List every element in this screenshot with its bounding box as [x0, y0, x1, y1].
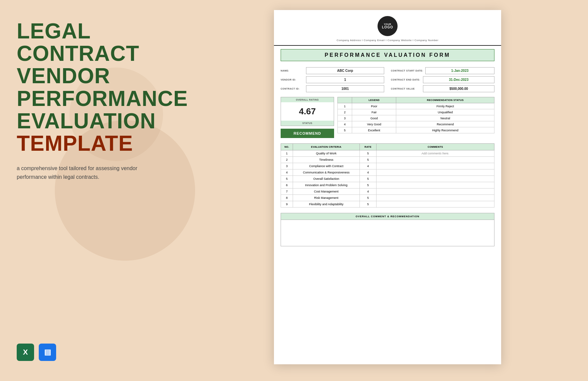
title-block: LEGAL CONTRACT VENDOR PERFORMANCE EVALUA… — [17, 20, 177, 181]
eval-section: NO. EVALUATION CRITERIA RATE COMMENTS 1 … — [274, 141, 501, 211]
name-row: NAME: ABC Corp — [281, 67, 384, 74]
legend-status: Firmly Reject — [396, 103, 494, 109]
legend-label: Very Good — [352, 121, 396, 127]
doc-header: YOUR LOGO Company Address I Company Emai… — [274, 10, 501, 46]
eval-no: 6 — [281, 182, 293, 188]
eval-criteria: Timeliness — [293, 157, 360, 163]
eval-comments — [377, 201, 494, 208]
legend-num: 5 — [338, 127, 352, 133]
eval-row: 4 Communication & Responsiveness 4 — [281, 169, 494, 176]
vendor-id-value: 1 — [306, 76, 384, 83]
contract-start-label: CONTRACT START DATE: — [391, 70, 423, 72]
eval-col-no: NO. — [281, 144, 293, 150]
legend-row: 3 Good Neutral — [338, 115, 494, 121]
eval-comments — [377, 163, 494, 169]
eval-criteria: Quality of Work — [293, 150, 360, 157]
left-panel: LEGAL CONTRACT VENDOR PERFORMANCE EVALUA… — [0, 0, 194, 381]
eval-rate: 4 — [360, 169, 377, 176]
rating-box: OVERALL RATING 4.67 STATUS — [281, 97, 334, 126]
eval-no: 2 — [281, 157, 293, 163]
legend-row: 5 Excellent Highly Recommend — [338, 127, 494, 133]
eval-criteria: Communication & Responsiveness — [293, 169, 360, 176]
contract-id-row: CONTRACT ID: 1001 — [281, 85, 384, 92]
eval-rate: 5 — [360, 182, 377, 188]
eval-comments — [377, 157, 494, 163]
eval-comments — [377, 169, 494, 176]
legend-label: Fair — [352, 109, 396, 115]
legend-num: 2 — [338, 109, 352, 115]
legend-status: Neutral — [396, 115, 494, 121]
contract-end-row: CONTRACT END DATE: 31-Dec-2023 — [391, 76, 494, 83]
legend-num: 1 — [338, 103, 352, 109]
eval-comments: Add comments here. — [377, 150, 494, 157]
overall-rating-label: OVERALL RATING — [281, 97, 334, 102]
eval-comments — [377, 176, 494, 182]
contract-value-label: CONTRACT VALUE — [391, 88, 421, 90]
eval-row: 6 Innovation and Problem Solving 5 — [281, 182, 494, 188]
eval-criteria: Risk Management — [293, 195, 360, 201]
eval-criteria: Innovation and Problem Solving — [293, 182, 360, 188]
eval-rate: 5 — [360, 201, 377, 208]
legend-row: 1 Poor Firmly Reject — [338, 103, 494, 109]
eval-no: 1 — [281, 150, 293, 157]
form-title: PERFORMANCE VALUATION FORM — [325, 52, 450, 58]
contract-id-label: CONTRACT ID: — [281, 88, 304, 90]
vendor-id-row: VENDOR ID: 1 — [281, 76, 384, 83]
app-icons-row: X ▤ — [17, 344, 177, 361]
eval-col-rate: RATE — [360, 144, 377, 150]
contract-end-value: 31-Dec-2023 — [423, 76, 494, 83]
eval-no: 3 — [281, 163, 293, 169]
name-label: NAME: — [281, 70, 304, 72]
legend-col-label: LEGEND — [352, 97, 396, 103]
eval-rate: 5 — [360, 157, 377, 163]
eval-no: 9 — [281, 201, 293, 208]
eval-table: NO. EVALUATION CRITERIA RATE COMMENTS 1 … — [281, 143, 494, 208]
legend-status: Recommend — [396, 121, 494, 127]
excel-icon: X — [17, 344, 34, 361]
eval-comments — [377, 182, 494, 188]
eval-col-comments: COMMENTS — [377, 144, 494, 150]
eval-no: 7 — [281, 188, 293, 195]
contract-end-label: CONTRACT END DATE: — [391, 79, 421, 81]
eval-comments — [377, 195, 494, 201]
legend-row: 2 Fair Unqualified — [338, 109, 494, 115]
legend-col-num — [338, 97, 352, 103]
eval-rate: 5 — [360, 150, 377, 157]
eval-row: 2 Timeliness 5 — [281, 157, 494, 163]
eval-rate: 4 — [360, 188, 377, 195]
legend-num: 4 — [338, 121, 352, 127]
rating-legend-section: OVERALL RATING 4.67 STATUS RECOMMEND LEG… — [274, 94, 501, 141]
document: YOUR LOGO Company Address I Company Emai… — [274, 10, 501, 364]
legend-row: 4 Very Good Recommend — [338, 121, 494, 127]
eval-row: 5 Overall Satisfaction 5 — [281, 176, 494, 182]
subtitle-text: a comprehensive tool tailored for assess… — [17, 164, 144, 181]
legend-status: Unqualified — [396, 109, 494, 115]
name-value: ABC Corp — [306, 67, 384, 74]
eval-rate: 5 — [360, 176, 377, 182]
eval-col-criteria: EVALUATION CRITERIA — [293, 144, 360, 150]
eval-row: 8 Risk Management 5 — [281, 195, 494, 201]
eval-no: 5 — [281, 176, 293, 182]
contract-start-value: 1-Jan-2023 — [425, 67, 494, 74]
status-label: STATUS — [281, 121, 334, 126]
form-title-bar: PERFORMANCE VALUATION FORM — [281, 49, 494, 61]
legend-label: Poor — [352, 103, 396, 109]
contract-id-value: 1001 — [306, 85, 384, 92]
status-badge: RECOMMEND — [281, 129, 334, 138]
company-info: Company Address I Company Email I Compan… — [337, 39, 439, 42]
legend-label: Excellent — [352, 127, 396, 133]
contract-value-row: CONTRACT VALUE $500,000.00 — [391, 85, 494, 92]
legend-table: LEGEND RECOMMENDATION STATUS 1 Poor Firm… — [337, 97, 494, 133]
overall-rating-value: 4.67 — [284, 104, 331, 119]
info-section: NAME: ABC Corp VENDOR ID: 1 CONTRACT ID:… — [274, 65, 501, 94]
legend-area: LEGEND RECOMMENDATION STATUS 1 Poor Firm… — [337, 97, 494, 138]
legend-status: Highly Recommend — [396, 127, 494, 133]
eval-criteria: Compliance with Contract — [293, 163, 360, 169]
eval-criteria: Overall Satisfaction — [293, 176, 360, 182]
contract-start-row: CONTRACT START DATE: 1-Jan-2023 — [391, 67, 494, 74]
eval-criteria: Flexibility and Adaptability — [293, 201, 360, 208]
legend-label: Good — [352, 115, 396, 121]
vendor-id-label: VENDOR ID: — [281, 79, 304, 81]
eval-no: 8 — [281, 195, 293, 201]
comment-body — [281, 220, 494, 246]
